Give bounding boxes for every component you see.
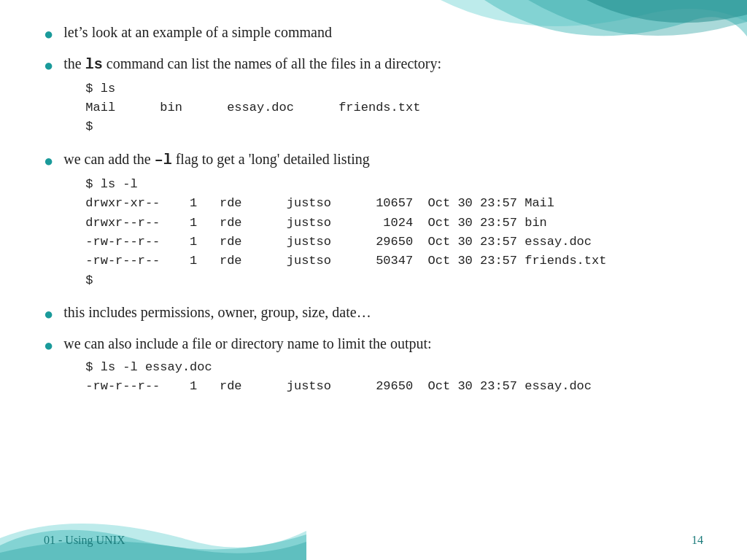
wave-bottom-decoration: [0, 494, 306, 560]
bullet-2-pre: the: [63, 55, 85, 71]
bullet-1-text: let’s look at an example of a simple com…: [63, 24, 332, 40]
bullet-text-2: the ls command can list the names of all…: [63, 53, 703, 141]
code-block-ls: $ ls Mail bin essay.doc friends.txt $: [85, 79, 703, 137]
code-ll-6: $: [85, 271, 703, 290]
code-block-ls-l: $ ls -l drwxr-xr-- 1 rde justso 10657 Oc…: [85, 175, 703, 290]
code-ll-1: $ ls -l: [85, 175, 703, 194]
bullet-item-4: ● this includes permissions, owner, grou…: [44, 302, 703, 326]
bullet-text-3: we can add the –l flag to get a 'long' d…: [63, 149, 703, 295]
bullet-text-4: this includes permissions, owner, group,…: [63, 302, 703, 322]
bullet-dot-4: ●: [44, 303, 53, 326]
code-line-2: Mail bin essay.doc friends.txt: [85, 98, 703, 117]
code-line-3: $: [85, 117, 703, 136]
bullet-list: ● let’s look at an example of a simple c…: [44, 22, 703, 400]
bullet-text-1: let’s look at an example of a simple com…: [63, 22, 703, 42]
bullet-dot-5: ●: [44, 335, 53, 357]
code-ll-4: -rw-r--r-- 1 rde justso 29650 Oct 30 23:…: [85, 233, 703, 252]
code-line-1: $ ls: [85, 79, 703, 98]
code-ll-2: drwxr-xr-- 1 rde justso 10657 Oct 30 23:…: [85, 194, 703, 213]
code-essay-2: -rw-r--r-- 1 rde justso 29650 Oct 30 23:…: [85, 377, 703, 396]
code-ll-3: drwxr--r-- 1 rde justso 1024 Oct 30 23:5…: [85, 214, 703, 233]
bullet-item-3: ● we can add the –l flag to get a 'long'…: [44, 149, 703, 295]
bullet-dot-3: ●: [44, 150, 53, 173]
flag-l-inline: –l: [155, 152, 172, 168]
footer-page: 14: [692, 534, 703, 547]
bullet-5-text: we can also include a file or directory …: [63, 335, 431, 351]
bullet-dot-2: ●: [44, 55, 53, 77]
bullet-3-pre: we can add the: [63, 151, 154, 167]
bullet-item-5: ● we can also include a file or director…: [44, 333, 703, 401]
bullet-text-5: we can also include a file or directory …: [63, 333, 703, 401]
code-ll-5: -rw-r--r-- 1 rde justso 50347 Oct 30 23:…: [85, 252, 703, 271]
bullet-item-2: ● the ls command can list the names of a…: [44, 53, 703, 141]
bullet-item-1: ● let’s look at an example of a simple c…: [44, 22, 703, 46]
footer-title: 01 - Using UNIX: [44, 534, 125, 547]
bullet-dot-1: ●: [44, 23, 53, 46]
ls-command-inline: ls: [85, 56, 103, 73]
code-block-ls-l-essay: $ ls -l essay.doc -rw-r--r-- 1 rde justs…: [85, 358, 703, 397]
slide-content: ● let’s look at an example of a simple c…: [0, 0, 747, 429]
slide-footer: 01 - Using UNIX 14: [0, 534, 747, 547]
bullet-2-post: command can list the names of all the fi…: [103, 55, 441, 71]
code-essay-1: $ ls -l essay.doc: [85, 358, 703, 377]
bullet-3-post: flag to get a 'long' detailed listing: [172, 151, 370, 167]
